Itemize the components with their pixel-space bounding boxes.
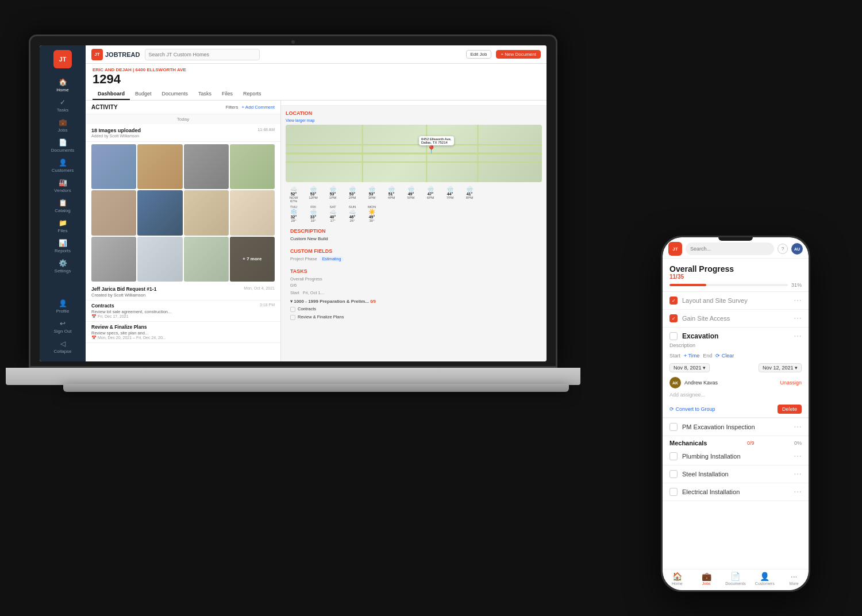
phone-task-pm-inspection[interactable]: PM Excavation Inspection ⋯ (663, 418, 809, 436)
end-date-value[interactable]: Nov 12, 2021 ▾ (759, 363, 802, 372)
time-link[interactable]: + Time (684, 353, 699, 359)
phone-task-dots-electrical[interactable]: ⋯ (794, 487, 802, 496)
phone-task-check-gain-access[interactable]: ✓ (669, 314, 678, 322)
photo-cell[interactable] (184, 190, 229, 235)
topbar-right: Edit Job + New Document (466, 50, 541, 59)
sidebar-item-customers[interactable]: 👤 Customers (40, 156, 86, 176)
phone-task-gain-access[interactable]: ✓ Gain Site Access ⋯ (663, 310, 809, 328)
weather-1pm: 🌧️ 53° 1PM (325, 186, 341, 203)
task-checkbox-plans[interactable] (290, 315, 295, 320)
phone-task-electrical[interactable]: Electrical Installation ⋯ (663, 483, 809, 501)
phone-excavation-dots[interactable]: ⋯ (794, 332, 802, 341)
edit-job-button[interactable]: Edit Job (466, 50, 492, 59)
sidebar-label-profile: Profile (56, 309, 70, 314)
sidebar-item-files[interactable]: 📁 Files (40, 216, 86, 236)
phone-task-plumbing[interactable]: Plumbing Installation ⋯ (663, 448, 809, 465)
filters-button[interactable]: Filters (226, 105, 238, 110)
phone-help-button[interactable]: ? (778, 244, 788, 254)
phone-task-check-layout[interactable]: ✓ (669, 297, 678, 305)
phone-task-dots-steel[interactable]: ⋯ (794, 469, 802, 479)
task-checkbox-contracts[interactable] (290, 307, 295, 312)
photo-cell[interactable]: + 7 more (230, 237, 275, 282)
phone-nav-home[interactable]: 🏠 Home (663, 572, 692, 586)
start-date-value[interactable]: Nov 8, 2021 ▾ (669, 363, 710, 372)
task-item-finalize-plans[interactable]: Review & Finalize Plans (290, 313, 537, 321)
phone-task-list: ✓ Layout and Site Survey ⋯ ✓ Gain Site A… (663, 292, 809, 569)
photo-cell[interactable] (91, 190, 136, 235)
photo-cell[interactable] (137, 144, 182, 189)
tab-documents[interactable]: Documents (157, 88, 194, 100)
clear-button[interactable]: ⟳ Clear (715, 353, 734, 359)
log-contracts-time: 3:18 PM (260, 303, 275, 309)
topbar-search-input[interactable] (145, 49, 260, 60)
phone-task-check-excavation[interactable] (669, 332, 678, 340)
phone-search-input[interactable] (686, 242, 774, 255)
sidebar-item-vendors[interactable]: 🏭 Vendors (40, 176, 86, 196)
sidebar-item-documents[interactable]: 📄 Documents (40, 136, 86, 156)
phone-logo: JT (668, 242, 682, 256)
phone-task-check-electrical[interactable] (669, 488, 678, 496)
phone-task-dots-pm-inspection[interactable]: ⋯ (794, 422, 802, 432)
sidebar-item-tasks[interactable]: ✓ Tasks (40, 95, 86, 116)
task-name-contracts: Contracts (298, 306, 537, 311)
sidebar-item-signout[interactable]: ↩ Sign Out (40, 317, 86, 337)
sidebar-item-catalog[interactable]: 📋 Catalog (40, 196, 86, 216)
photo-cell[interactable] (91, 237, 136, 282)
sidebar-item-reports[interactable]: 📊 Reports (40, 236, 86, 256)
photo-more-overlay[interactable]: + 7 more (230, 237, 275, 282)
phone-nav-more[interactable]: ··· More (779, 572, 809, 586)
start-label-phone: Start (669, 353, 680, 359)
map-container[interactable]: 📍 6452 Ellsworth Ave,Dallas, TX 75214 (286, 125, 542, 182)
photo-cell[interactable] (137, 190, 182, 235)
phone-task-layout[interactable]: ✓ Layout and Site Survey ⋯ (663, 292, 809, 310)
phone-task-check-pm-inspection[interactable] (669, 423, 678, 431)
photo-cell[interactable] (184, 237, 229, 282)
phone-unassign-button[interactable]: Unassign (780, 380, 802, 386)
photo-cell[interactable] (184, 144, 229, 189)
phone-delete-button[interactable]: Delete (778, 405, 802, 414)
phone-task-check-plumbing[interactable] (669, 452, 678, 460)
phone-task-dots-plumbing[interactable]: ⋯ (794, 452, 802, 461)
weather-4pm-label: 4PM (388, 196, 395, 199)
phone-progress-header: Overall Progress 11/35 31% (663, 259, 809, 292)
weather-sun-high: 46° (349, 215, 356, 219)
photo-cell[interactable] (230, 190, 275, 235)
tab-reports[interactable]: Reports (238, 88, 267, 100)
photo-cell[interactable] (230, 144, 275, 189)
upload-title: 18 Images uploaded (91, 128, 141, 133)
weather-6pm: 🌧️ 47° 6PM (422, 186, 438, 203)
sidebar-label-documents: Documents (51, 148, 74, 153)
custom-field-row: Project Phase Estimating (290, 256, 537, 261)
sidebar-item-home[interactable]: 🏠 Home (40, 75, 86, 95)
new-document-button[interactable]: + New Document (496, 50, 541, 59)
tab-budget[interactable]: Budget (130, 88, 157, 100)
phone-convert-button[interactable]: ⟳ Convert to Group (669, 406, 715, 412)
phone-task-check-steel[interactable] (669, 470, 678, 478)
sidebar-item-settings[interactable]: ⚙️ Settings (40, 256, 86, 276)
phone-nav-jobs[interactable]: 💼 Jobs (692, 572, 721, 586)
task-item-contracts[interactable]: Contracts (290, 305, 537, 313)
sidebar-item-jobs[interactable]: 💼 Jobs (40, 116, 86, 136)
phone-task-dots-gain-access[interactable]: ⋯ (794, 314, 802, 323)
phone-task-dots-layout[interactable]: ⋯ (794, 296, 802, 305)
tab-dashboard[interactable]: Dashboard (93, 88, 130, 100)
sidebar-item-profile[interactable]: 👤 Profile (40, 297, 86, 317)
phone-nav-customers[interactable]: 👤 Customers (750, 572, 779, 586)
phone-content: Overall Progress 11/35 31% ✓ Layout and … (663, 259, 809, 569)
phone-nav-documents[interactable]: 📄 Documents (721, 572, 751, 586)
weather-sun: SUN ☁️ 46° 26° (344, 205, 360, 222)
settings-icon: ⚙️ (59, 259, 67, 267)
phone-action-row: ⟳ Convert to Group Delete (663, 401, 809, 417)
tab-files[interactable]: Files (217, 88, 238, 100)
tab-tasks[interactable]: Tasks (193, 88, 217, 100)
phone-task-steel[interactable]: Steel Installation ⋯ (663, 465, 809, 483)
sidebar-item-collapse[interactable]: ◁ Collapse (40, 337, 86, 357)
job-number: 1294 (93, 72, 540, 86)
photo-cell[interactable] (91, 144, 136, 189)
sidebar: JT 🏠 Home ✓ Tasks 💼 Jobs 📄 Documents (40, 45, 86, 361)
phone-nav-more-icon: ··· (791, 572, 798, 581)
photo-cell[interactable] (137, 237, 182, 282)
phone-add-assignee[interactable]: Add assignee... (663, 391, 809, 401)
view-larger-map-link[interactable]: View larger map (286, 118, 542, 122)
add-comment-button[interactable]: + Add Comment (241, 105, 275, 110)
